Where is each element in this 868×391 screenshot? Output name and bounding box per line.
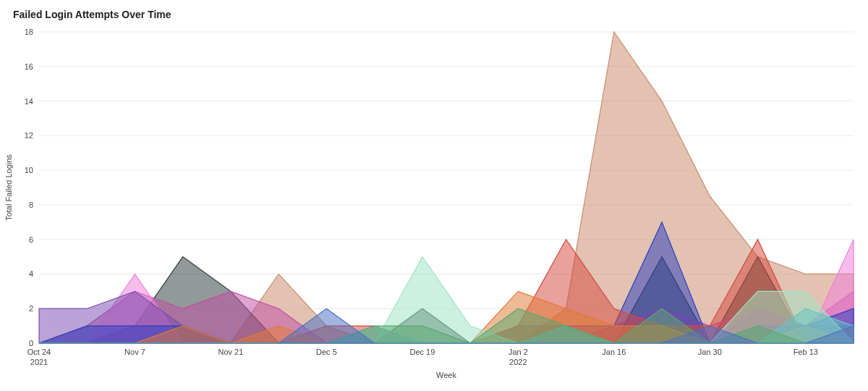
svg-text:2022: 2022 — [509, 358, 527, 366]
svg-text:Feb 13: Feb 13 — [793, 348, 818, 356]
svg-text:Dec 19: Dec 19 — [409, 348, 435, 356]
svg-text:Dec 5: Dec 5 — [316, 348, 337, 356]
svg-text:Jan 16: Jan 16 — [602, 348, 626, 356]
chart-plot-area: 024681012141618Oct 242021Nov 7Nov 21Dec … — [39, 32, 854, 343]
svg-text:Nov 21: Nov 21 — [218, 348, 244, 356]
chart-svg: 024681012141618Oct 242021Nov 7Nov 21Dec … — [39, 32, 854, 343]
svg-text:Oct 24: Oct 24 — [27, 348, 51, 356]
chart-title: Failed Login Attempts Over Time — [13, 9, 855, 20]
svg-text:18: 18 — [25, 28, 33, 36]
svg-text:12: 12 — [25, 131, 33, 140]
svg-text:0: 0 — [29, 339, 33, 348]
svg-text:Week: Week — [436, 371, 456, 379]
svg-text:2021: 2021 — [30, 358, 48, 366]
svg-text:2: 2 — [29, 304, 33, 313]
svg-text:14: 14 — [25, 97, 33, 106]
svg-text:6: 6 — [29, 235, 33, 244]
svg-text:8: 8 — [29, 201, 33, 209]
svg-text:4: 4 — [29, 269, 33, 278]
svg-text:16: 16 — [25, 62, 33, 71]
svg-text:10: 10 — [25, 166, 33, 175]
svg-text:Total Failed Logins: Total Failed Logins — [4, 154, 13, 221]
svg-text:Nov 7: Nov 7 — [124, 348, 145, 356]
svg-text:Jan 2: Jan 2 — [509, 348, 528, 356]
svg-text:Jan 30: Jan 30 — [698, 348, 722, 356]
